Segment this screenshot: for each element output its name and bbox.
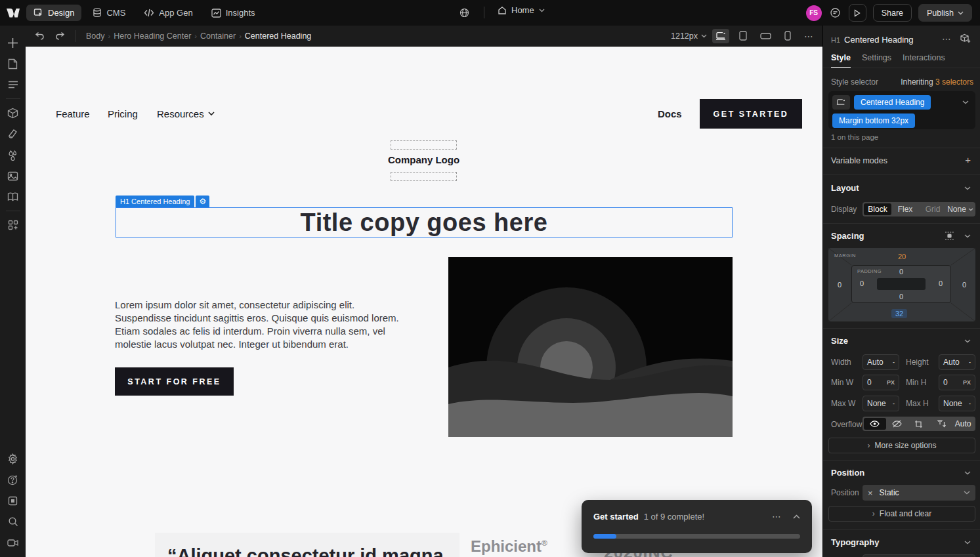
padding-top-value[interactable]: 0 <box>852 268 950 276</box>
toast-more-icon[interactable]: ⋯ <box>772 511 781 522</box>
tab-insights[interactable]: Insights <box>204 5 263 21</box>
tab-style[interactable]: Style <box>831 53 851 68</box>
breakpoint-phone-icon[interactable] <box>779 29 796 43</box>
selection-label-chip[interactable]: H1 Centered Heading <box>116 196 194 207</box>
navigator-icon[interactable] <box>3 74 24 95</box>
min-height-input[interactable]: 0 PX <box>939 375 975 390</box>
spacing-section-title[interactable]: Spacing <box>831 231 864 241</box>
more-options-icon[interactable]: ⋯ <box>801 31 813 41</box>
design-canvas[interactable]: Feature Pricing Resources Docs GET START… <box>26 47 822 557</box>
position-select[interactable]: × Static <box>863 485 975 501</box>
breadcrumb-item[interactable]: Container <box>200 31 236 41</box>
overflow-clip-icon[interactable] <box>908 418 930 430</box>
inheriting-count[interactable]: 3 selectors <box>935 77 973 87</box>
style-selector-field[interactable]: Centered Heading Margin bottom 32px <box>828 91 975 129</box>
help-icon[interactable] <box>3 469 24 490</box>
redo-icon[interactable] <box>55 31 65 40</box>
size-section-title[interactable]: Size <box>831 336 848 346</box>
publish-button[interactable]: Publish <box>918 4 972 22</box>
width-input[interactable]: Auto - <box>863 354 899 370</box>
company-logo-text[interactable]: Company Logo <box>331 154 516 165</box>
quote-card[interactable]: “Aliquet consectetur id magna <box>155 533 459 557</box>
breadcrumb-item[interactable]: Body <box>86 31 105 41</box>
toast-collapse-icon[interactable] <box>793 514 800 519</box>
max-height-input[interactable]: None - <box>939 396 975 411</box>
max-width-input[interactable]: None - <box>863 396 899 411</box>
page-switcher[interactable]: Home <box>498 5 545 15</box>
display-option-block[interactable]: Block <box>864 203 891 215</box>
margin-right-value[interactable]: 0 <box>962 281 966 289</box>
layout-section-title[interactable]: Layout <box>831 183 859 193</box>
assets-icon[interactable] <box>3 165 24 186</box>
display-option-flex[interactable]: Flex <box>891 203 919 215</box>
hero-image[interactable] <box>448 257 733 437</box>
min-height-unit[interactable]: PX <box>963 379 971 386</box>
avatar[interactable]: FS <box>806 5 822 21</box>
tab-interactions[interactable]: Interactions <box>903 53 945 68</box>
width-unit-dropdown[interactable]: - <box>893 359 895 365</box>
selection-settings-gear-icon[interactable]: ⚙ <box>196 196 209 207</box>
overflow-scroll-icon[interactable] <box>930 418 952 430</box>
start-for-free-button[interactable]: START FOR FREE <box>115 367 234 396</box>
tab-cms[interactable]: CMS <box>85 5 133 21</box>
get-started-button[interactable]: GET STARTED <box>700 99 802 129</box>
selector-chip-primary[interactable]: Centered Heading <box>854 95 931 110</box>
nav-link-pricing[interactable]: Pricing <box>108 108 138 119</box>
nav-link-feature[interactable]: Feature <box>56 108 90 119</box>
create-component-icon[interactable] <box>960 33 971 43</box>
padding-right-value[interactable]: 0 <box>939 279 943 287</box>
tab-app-gen[interactable]: App Gen <box>137 5 200 21</box>
padding-bottom-value[interactable]: 0 <box>852 293 950 300</box>
min-width-unit[interactable]: PX <box>887 379 895 386</box>
padding-control[interactable]: PADDING 0 0 0 0 <box>851 265 951 303</box>
overflow-auto-option[interactable]: Auto <box>952 418 974 430</box>
canvas-width-select[interactable]: 1212px <box>671 31 707 41</box>
add-variable-mode-icon[interactable]: + <box>965 154 971 165</box>
tab-settings[interactable]: Settings <box>862 53 891 68</box>
margin-top-value[interactable]: 20 <box>828 253 975 260</box>
panel-more-icon[interactable]: ⋯ <box>942 33 951 44</box>
display-option-none[interactable]: None <box>947 203 974 215</box>
globe-icon[interactable] <box>459 8 469 18</box>
apps-icon[interactable] <box>3 215 24 236</box>
typography-section-title[interactable]: Typography <box>831 537 879 547</box>
breakpoint-tablet-icon[interactable] <box>735 29 752 43</box>
min-width-input[interactable]: 0 PX <box>863 375 899 390</box>
tab-design[interactable]: Design <box>26 5 81 21</box>
libraries-icon[interactable] <box>3 186 24 207</box>
breakpoint-desktop-icon[interactable] <box>712 29 729 43</box>
height-input[interactable]: Auto - <box>939 354 975 370</box>
height-unit-dropdown[interactable]: - <box>969 359 971 365</box>
margin-left-value[interactable]: 0 <box>838 281 842 289</box>
more-size-options-button[interactable]: › More size options <box>828 438 975 453</box>
font-family-input[interactable] <box>863 554 975 557</box>
webflow-logo[interactable] <box>0 9 26 18</box>
selector-chip-secondary[interactable]: Margin bottom 32px <box>832 113 915 128</box>
comments-icon[interactable] <box>830 7 841 18</box>
components-icon[interactable] <box>3 102 24 123</box>
hero-paragraph[interactable]: Lorem ipsum dolor sit amet, consectetur … <box>115 299 401 351</box>
float-and-clear-button[interactable]: › Float and clear <box>828 506 975 522</box>
position-section-title[interactable]: Position <box>831 468 864 478</box>
max-height-unit-dropdown[interactable]: - <box>969 400 971 407</box>
preview-button[interactable] <box>849 4 866 22</box>
breadcrumb-item-current[interactable]: Centered Heading <box>245 31 311 41</box>
padding-left-value[interactable]: 0 <box>860 279 864 287</box>
styles-icon[interactable] <box>3 123 24 144</box>
undo-icon[interactable] <box>35 31 45 40</box>
nav-link-resources[interactable]: Resources <box>157 108 215 119</box>
breakpoint-landscape-icon[interactable] <box>757 29 774 43</box>
selected-heading-element[interactable]: Title copy goes here <box>116 207 733 237</box>
mini-view-icon[interactable] <box>3 490 24 511</box>
spacing-link-icon[interactable] <box>944 232 955 240</box>
spacing-control[interactable]: MARGIN 20 0 0 32 PADDING 0 0 0 0 <box>828 248 975 321</box>
pages-icon[interactable] <box>3 53 24 74</box>
settings-gear-icon[interactable] <box>3 448 24 469</box>
video-tutorials-icon[interactable] <box>3 532 24 553</box>
share-button[interactable]: Share <box>873 4 912 22</box>
display-option-grid[interactable]: Grid <box>919 203 947 215</box>
margin-bottom-value[interactable]: 32 <box>891 309 907 318</box>
overflow-hidden-eye-off-icon[interactable] <box>886 418 908 430</box>
search-icon[interactable] <box>3 511 24 532</box>
overflow-visible-eye-icon[interactable] <box>864 418 886 430</box>
